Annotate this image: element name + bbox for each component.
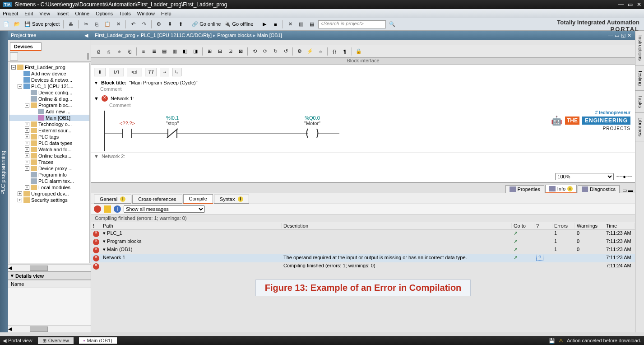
et-icon[interactable]: ≡ bbox=[139, 47, 148, 56]
zoom-control[interactable]: 100% ┈┈●┈┈ bbox=[555, 173, 632, 180]
tree-node[interactable]: +Technology o... bbox=[9, 121, 89, 127]
menu-tools[interactable]: Tools bbox=[119, 11, 131, 16]
message-row[interactable]: Compiling finished (errors: 1; warnings:… bbox=[91, 262, 635, 270]
redo-icon[interactable]: ↷ bbox=[139, 20, 148, 29]
left-strip-label[interactable]: PLC programming bbox=[0, 31, 8, 332]
tree-node[interactable]: Add new device bbox=[9, 70, 89, 77]
maximize-icon[interactable]: ▭ bbox=[628, 1, 633, 8]
tree-node[interactable]: Devices & netwo... bbox=[9, 77, 89, 83]
menu-edit[interactable]: Edit bbox=[24, 11, 33, 16]
download-icon[interactable]: ⬇ bbox=[165, 20, 174, 29]
breadcrumb-item[interactable]: Main [OB1] bbox=[257, 33, 282, 38]
message-row[interactable]: ▾ PLC_1↗107:11:23 AM bbox=[91, 230, 635, 238]
zoom-slider-icon[interactable]: ┈┈●┈┈ bbox=[616, 174, 632, 180]
network-comment[interactable]: Comment bbox=[91, 103, 635, 111]
panel-layout-icon[interactable]: ▭ ▬ bbox=[622, 187, 633, 193]
cross-ref-icon[interactable]: ✕ bbox=[286, 20, 295, 29]
print-icon[interactable]: 🖶 bbox=[66, 20, 75, 29]
save-project-button[interactable]: 💾 Save project bbox=[24, 21, 60, 27]
cut-icon[interactable]: ✂ bbox=[81, 20, 90, 29]
start-cpu-icon[interactable]: ▶ bbox=[260, 20, 269, 29]
tree-node[interactable]: +Online backu... bbox=[9, 153, 89, 159]
ladder-network-svg[interactable]: <??.?> %I0.1 "stop" %Q0.0 "Motor" bbox=[100, 111, 452, 151]
tree-node[interactable]: −PLC_1 [CPU 121... bbox=[9, 83, 89, 89]
upload-icon[interactable]: ⬆ bbox=[176, 20, 185, 29]
et-icon[interactable]: ⎌ bbox=[104, 47, 113, 56]
filter-info-icon[interactable]: i bbox=[114, 205, 121, 213]
tree-node[interactable]: −Program bloc... bbox=[9, 102, 89, 108]
block-comment[interactable]: Comment bbox=[91, 86, 635, 94]
ladder-tool[interactable]: ⊸○⊢ bbox=[127, 68, 142, 76]
search-input[interactable]: <Search in project> bbox=[318, 20, 386, 28]
collapse-icon[interactable]: ▼ bbox=[94, 96, 99, 101]
tree-node[interactable]: +Device proxy ... bbox=[9, 165, 89, 172]
tree-node[interactable]: Add new ... bbox=[9, 108, 89, 115]
et-icon[interactable]: ⊠ bbox=[236, 47, 245, 56]
filter-error-icon[interactable] bbox=[94, 205, 101, 213]
et-icon[interactable]: ⚡ bbox=[306, 47, 315, 56]
editor-close-icon[interactable]: ✕ bbox=[627, 33, 631, 38]
close-icon[interactable]: ✕ bbox=[637, 1, 641, 8]
collapse-icon[interactable]: ▼ bbox=[94, 80, 98, 85]
ladder-tool[interactable]: ⊣⊢ bbox=[94, 68, 106, 76]
search-icon[interactable]: 🔍 bbox=[388, 20, 397, 29]
et-icon[interactable]: ◨ bbox=[191, 47, 200, 56]
et-icon[interactable]: ⊡ bbox=[226, 47, 235, 56]
et-icon[interactable]: ⚙ bbox=[295, 47, 304, 56]
message-filter-select[interactable]: Show all messages bbox=[124, 205, 205, 213]
tree-node[interactable]: +Local modules bbox=[9, 184, 89, 191]
statusbar-tab-overview[interactable]: ⊞ Overview bbox=[38, 337, 74, 344]
breadcrumb-item[interactable]: PLC_1 [CPU 1211C AC/DC/Rly] bbox=[141, 33, 212, 38]
devices-tab[interactable]: Devices bbox=[10, 42, 42, 51]
tree-node[interactable]: +PLC data types bbox=[9, 140, 89, 146]
info-tab-properties[interactable]: Properties bbox=[505, 185, 544, 193]
stop-cpu-icon[interactable]: ■ bbox=[271, 20, 280, 29]
et-icon[interactable]: ⊟ bbox=[215, 47, 224, 56]
go-online-button[interactable]: 🔗 Go online bbox=[192, 21, 221, 27]
et-icon[interactable]: ↻ bbox=[271, 47, 280, 56]
right-tab-libraries[interactable]: Libraries bbox=[635, 113, 644, 141]
menu-window[interactable]: Window bbox=[137, 11, 155, 16]
editor-min-icon[interactable]: — bbox=[608, 33, 613, 38]
tree-node[interactable]: +Watch and fo... bbox=[9, 146, 89, 153]
editor-restore-icon[interactable]: ◱ bbox=[621, 33, 625, 38]
et-icon[interactable]: ◧ bbox=[181, 47, 190, 56]
tag1-label[interactable]: <??.?> bbox=[120, 121, 135, 126]
et-icon[interactable]: 🔒 bbox=[354, 47, 363, 56]
menu-insert[interactable]: Insert bbox=[56, 11, 69, 16]
ladder-tool[interactable]: ?? bbox=[145, 68, 157, 76]
right-tab-testing[interactable]: Testing bbox=[635, 65, 644, 91]
breadcrumb-item[interactable]: Program blocks bbox=[217, 33, 251, 38]
project-tree[interactable]: −First_Ladder_progAdd new deviceDevices … bbox=[9, 63, 90, 263]
info-tab-info[interactable]: Info i bbox=[545, 185, 577, 193]
tree-node[interactable]: +Security settings bbox=[9, 197, 89, 203]
tree-node[interactable]: Main [OB1] bbox=[9, 115, 89, 121]
zoom-select[interactable]: 100% bbox=[555, 173, 614, 180]
minimize-icon[interactable]: — bbox=[618, 1, 624, 8]
tree-node[interactable]: Online & diag... bbox=[9, 96, 89, 102]
tree-node[interactable]: +External sour... bbox=[9, 127, 89, 134]
block-interface-bar[interactable]: Block interface bbox=[91, 58, 635, 65]
info-tab-diagnostics[interactable]: Diagnostics bbox=[578, 185, 620, 193]
tree-node[interactable]: +Traces bbox=[9, 159, 89, 165]
split-icon[interactable]: ▥ bbox=[297, 20, 306, 29]
split2-icon[interactable]: ▤ bbox=[307, 20, 316, 29]
et-icon[interactable]: ⎙ bbox=[94, 47, 103, 56]
tree-node[interactable]: PLC alarm tex... bbox=[9, 178, 89, 184]
right-tab-instructions[interactable]: Instructions bbox=[635, 31, 644, 65]
go-offline-button[interactable]: 🔌 Go offline bbox=[224, 21, 253, 27]
details-view-header[interactable]: ▾Details view bbox=[8, 271, 91, 280]
inner-tab-syntax[interactable]: Syntaxi bbox=[214, 195, 249, 204]
menu-help[interactable]: Help bbox=[161, 11, 171, 16]
inner-tab-general[interactable]: Generali bbox=[94, 195, 131, 204]
undo-icon[interactable]: ↶ bbox=[129, 20, 138, 29]
message-row[interactable]: ▾ Main (OB1)↗107:11:23 AM bbox=[91, 246, 635, 254]
et-icon[interactable]: ⊞ bbox=[205, 47, 214, 56]
menu-online[interactable]: Online bbox=[75, 11, 89, 16]
ladder-tool[interactable]: ↳ bbox=[172, 68, 181, 76]
et-icon[interactable]: ⟐ bbox=[316, 47, 325, 56]
et-icon[interactable]: {} bbox=[330, 47, 339, 56]
compile-icon[interactable]: ⚙ bbox=[154, 20, 163, 29]
collapse-icon[interactable]: ▼ bbox=[94, 154, 99, 159]
right-tab-tasks[interactable]: Tasks bbox=[635, 91, 644, 113]
